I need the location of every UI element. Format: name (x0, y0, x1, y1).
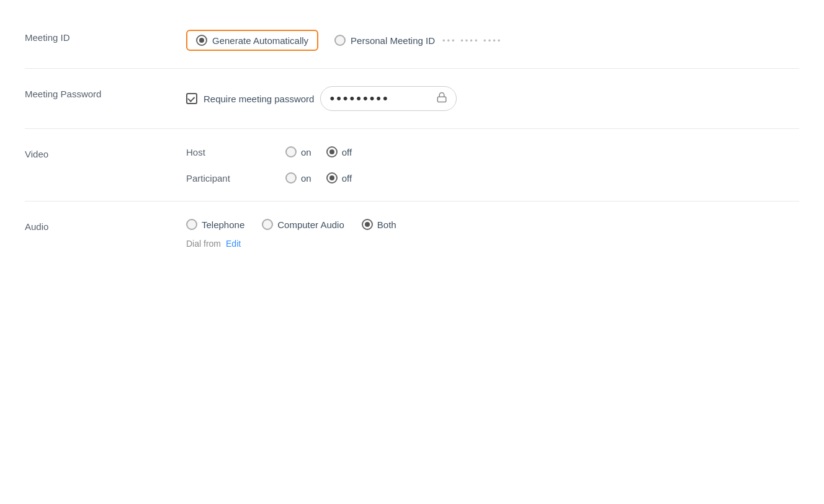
edit-link[interactable]: Edit (226, 239, 241, 249)
svg-rect-0 (438, 97, 447, 102)
meeting-id-controls: Generate Automatically Personal Meeting … (186, 30, 799, 51)
host-label: Host (186, 147, 261, 157)
audio-options: Telephone Computer Audio Both (186, 219, 396, 230)
password-field[interactable]: ••••••••• (320, 86, 457, 111)
generate-auto-option[interactable]: Generate Automatically (186, 30, 318, 51)
telephone-option[interactable]: Telephone (186, 219, 244, 230)
dial-from-row: Dial from Edit (186, 239, 241, 249)
computer-audio-label: Computer Audio (277, 219, 344, 230)
participant-on-option[interactable]: on (285, 172, 311, 183)
generate-auto-label: Generate Automatically (212, 35, 308, 46)
participant-on-radio[interactable] (285, 172, 297, 183)
audio-label: Audio (25, 219, 186, 232)
require-password-checkbox[interactable] (186, 93, 197, 104)
personal-meeting-id-value: ••• •••• •••• (442, 36, 502, 45)
participant-on-label: on (301, 173, 311, 183)
password-dots: ••••••••• (329, 91, 431, 107)
host-on-off: on off (285, 146, 352, 157)
audio-controls: Telephone Computer Audio Both Dial from … (186, 219, 799, 249)
participant-label: Participant (186, 173, 261, 183)
meeting-password-row: Meeting Password Require meeting passwor… (25, 69, 799, 129)
host-video-row: Host on off (186, 146, 352, 157)
require-password-label: Require meeting password (204, 94, 314, 104)
participant-off-label: off (342, 173, 352, 183)
require-password-option[interactable]: Require meeting password (186, 93, 314, 104)
meeting-id-row: Meeting ID Generate Automatically Person… (25, 12, 799, 69)
personal-meeting-radio[interactable] (334, 35, 346, 46)
dial-from-label: Dial from (186, 239, 221, 249)
host-on-option[interactable]: on (285, 146, 311, 157)
telephone-radio[interactable] (186, 219, 197, 230)
personal-meeting-label: Personal Meeting ID (351, 35, 435, 46)
participant-off-option[interactable]: off (326, 172, 352, 183)
meeting-password-controls: Require meeting password ••••••••• (186, 86, 799, 111)
participant-video-row: Participant on off (186, 172, 352, 183)
audio-row: Audio Telephone Computer Audio Both Dial… (25, 201, 799, 266)
host-on-label: on (301, 147, 311, 157)
video-controls: Host on off Participant (186, 146, 799, 183)
host-off-label: off (342, 147, 352, 157)
video-section: Host on off Participant (186, 146, 352, 183)
both-option[interactable]: Both (362, 219, 396, 230)
personal-meeting-option[interactable]: Personal Meeting ID ••• •••• •••• (325, 30, 512, 51)
meeting-password-label: Meeting Password (25, 86, 186, 99)
checkmark-icon (187, 94, 195, 102)
generate-auto-radio[interactable] (196, 35, 207, 46)
participant-on-off: on off (285, 172, 352, 183)
both-label: Both (377, 219, 396, 230)
computer-audio-option[interactable]: Computer Audio (262, 219, 344, 230)
video-label: Video (25, 146, 186, 159)
computer-audio-radio[interactable] (262, 219, 273, 230)
host-off-radio[interactable] (326, 146, 338, 157)
video-row: Video Host on off (25, 129, 799, 201)
lock-icon (436, 92, 447, 105)
participant-off-radio[interactable] (326, 172, 338, 183)
host-off-option[interactable]: off (326, 146, 352, 157)
host-on-radio[interactable] (285, 146, 297, 157)
telephone-label: Telephone (202, 219, 244, 230)
meeting-id-label: Meeting ID (25, 30, 186, 43)
both-radio[interactable] (362, 219, 373, 230)
